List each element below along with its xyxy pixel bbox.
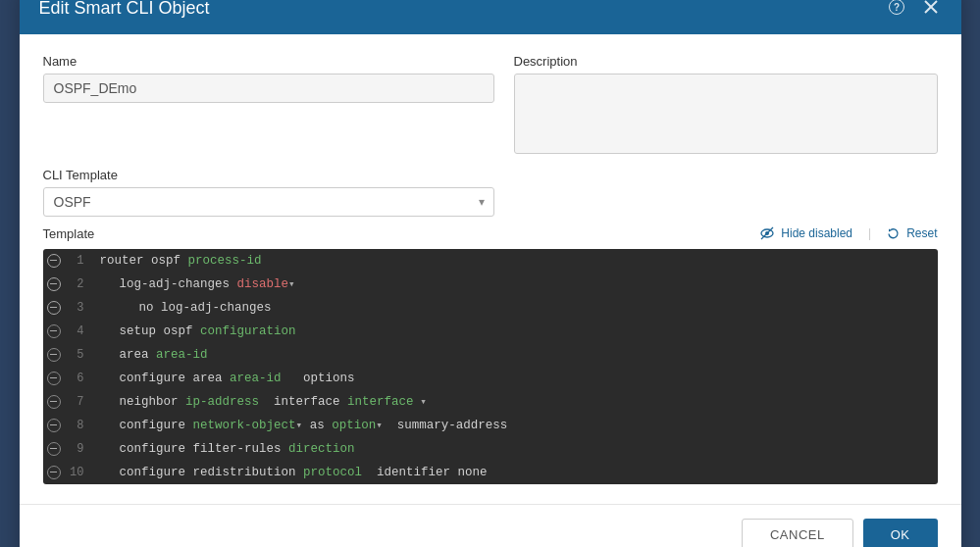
code-line-7: 7 neighbor ip-address interface interfac… xyxy=(43,390,938,414)
line-content-9: configure filter-rules direction xyxy=(92,442,938,456)
cancel-button[interactable]: CANCEL xyxy=(742,519,853,548)
template-actions: Hide disabled | Reset xyxy=(760,226,937,240)
toggle-5[interactable] xyxy=(43,348,65,362)
line-content-2: log-adj-changes disable▾ xyxy=(92,277,938,291)
line-num-2: 2 xyxy=(65,277,92,291)
code-line-3: 3 no log-adj-changes xyxy=(43,296,938,320)
description-textarea[interactable] xyxy=(514,74,938,154)
dialog-footer: CANCEL OK xyxy=(20,504,961,548)
toggle-10[interactable] xyxy=(43,466,65,479)
help-button[interactable]: ? xyxy=(885,0,908,21)
ok-button[interactable]: OK xyxy=(863,519,938,548)
line-content-10: configure redistribution protocol identi… xyxy=(92,466,938,479)
name-input[interactable] xyxy=(43,74,494,103)
toggle-8[interactable] xyxy=(43,419,65,432)
cli-template-select[interactable]: OSPF BGP EIGRP RIP xyxy=(43,187,494,217)
cli-template-select-wrapper: OSPF BGP EIGRP RIP ▾ xyxy=(43,187,494,217)
code-line-1: 1 router ospf process-id xyxy=(43,249,938,273)
line-content-7: neighbor ip-address interface interface … xyxy=(92,395,938,409)
dialog-body: Name Description CLI Template OSPF BGP xyxy=(20,34,961,500)
name-label: Name xyxy=(43,54,494,69)
form-row-cli: CLI Template OSPF BGP EIGRP RIP ▾ xyxy=(43,168,938,217)
line-num-9: 9 xyxy=(65,442,92,456)
line-num-4: 4 xyxy=(65,324,92,338)
line-content-5: area area-id xyxy=(92,348,938,362)
svg-text:?: ? xyxy=(893,2,899,13)
close-button[interactable] xyxy=(920,0,942,20)
code-line-8: 8 configure network-object▾ as option▾ s… xyxy=(43,414,938,437)
line-content-8: configure network-object▾ as option▾ sum… xyxy=(92,419,938,432)
toggle-3[interactable] xyxy=(43,301,65,315)
line-num-7: 7 xyxy=(65,395,92,409)
toggle-7[interactable] xyxy=(43,395,65,409)
reset-button[interactable]: Reset xyxy=(887,226,937,240)
line-num-3: 3 xyxy=(65,301,92,315)
line-content-3: no log-adj-changes xyxy=(92,301,938,315)
description-group: Description xyxy=(514,54,938,154)
divider: | xyxy=(868,226,871,240)
cli-template-group: CLI Template OSPF BGP EIGRP RIP ▾ xyxy=(43,168,494,217)
line-content-6: configure area area-id options xyxy=(92,372,938,385)
name-group: Name xyxy=(43,54,494,154)
dialog-title: Edit Smart CLI Object xyxy=(39,0,210,19)
line-num-5: 5 xyxy=(65,348,92,362)
code-line-6: 6 configure area area-id options xyxy=(43,367,938,390)
code-line-4: 4 setup ospf configuration xyxy=(43,320,938,343)
form-row-top: Name Description xyxy=(43,54,938,154)
code-line-5: 5 area area-id xyxy=(43,343,938,367)
toggle-6[interactable] xyxy=(43,372,65,385)
line-content-4: setup ospf configuration xyxy=(92,324,938,338)
code-line-2: 2 log-adj-changes disable▾ xyxy=(43,273,938,296)
line-content-1: router ospf process-id xyxy=(92,254,938,268)
edit-dialog: Edit Smart CLI Object ? xyxy=(20,0,961,547)
template-header: Template Hide disabled | xyxy=(43,226,938,241)
line-num-10: 10 xyxy=(65,466,92,479)
toggle-9[interactable] xyxy=(43,442,65,456)
template-label: Template xyxy=(43,226,95,241)
toggle-1[interactable] xyxy=(43,254,65,268)
code-line-10: 10 configure redistribution protocol ide… xyxy=(43,461,938,484)
template-section: Template Hide disabled | xyxy=(43,226,938,484)
line-num-6: 6 xyxy=(65,372,92,385)
line-num-8: 8 xyxy=(65,419,92,432)
toggle-4[interactable] xyxy=(43,324,65,338)
code-editor: 1 router ospf process-id 2 log-adj-chang… xyxy=(43,249,938,484)
line-num-1: 1 xyxy=(65,254,92,268)
toggle-2[interactable] xyxy=(43,277,65,291)
code-line-9: 9 configure filter-rules direction xyxy=(43,437,938,461)
dialog-header: Edit Smart CLI Object ? xyxy=(20,0,961,34)
dialog-header-actions: ? xyxy=(885,0,942,21)
cli-template-label: CLI Template xyxy=(43,168,494,182)
description-label: Description xyxy=(514,54,938,69)
hide-disabled-button[interactable]: Hide disabled xyxy=(760,226,852,240)
